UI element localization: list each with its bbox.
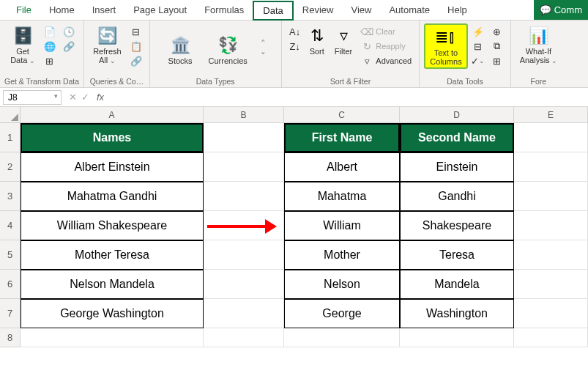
consolidate-button[interactable]: ⊕ — [490, 25, 505, 38]
cell-e1[interactable] — [514, 123, 588, 152]
cell-e6[interactable] — [514, 270, 588, 299]
cell-e4[interactable] — [514, 211, 588, 240]
cell-d6[interactable]: Mandela — [400, 270, 514, 299]
data-model-button[interactable]: ⊞ — [490, 54, 505, 67]
filter-button[interactable]: ▿ Filter — [330, 23, 357, 57]
name-box[interactable]: J8 — [3, 90, 62, 105]
cell-e3[interactable] — [514, 182, 588, 211]
cell-c8[interactable] — [284, 328, 400, 347]
refresh-all-button[interactable]: 🔄 Refresh All — [89, 23, 126, 67]
stocks-button[interactable]: 🏛️ Stocks — [164, 33, 197, 67]
cell-c7[interactable]: George — [284, 299, 400, 328]
formula-input[interactable] — [110, 91, 588, 104]
cell-d8[interactable] — [400, 328, 514, 347]
sort-desc-button[interactable]: Z↓ — [288, 40, 302, 53]
col-head-d[interactable]: D — [400, 107, 514, 123]
col-head-a[interactable]: A — [21, 107, 204, 123]
from-table-button[interactable]: ⊞ — [42, 54, 57, 67]
cell-b7[interactable] — [204, 299, 284, 328]
row-head-4[interactable]: 4 — [0, 211, 21, 240]
cell-a1[interactable]: Names — [21, 123, 204, 152]
cell-a3[interactable]: Mahatma Gandhi — [21, 182, 204, 211]
cell-d7[interactable]: Washington — [400, 299, 514, 328]
currencies-button[interactable]: 💱 Currencies — [204, 33, 252, 67]
from-text-csv-button[interactable]: 📄 — [42, 25, 57, 38]
row-head-1[interactable]: 1 — [0, 123, 21, 152]
cell-d5[interactable]: Teresa — [400, 240, 514, 270]
cell-c1[interactable]: First Name — [284, 123, 400, 152]
text-to-columns-button[interactable]: ≣⫿ Text to Columns — [424, 23, 467, 69]
cell-b1[interactable] — [204, 123, 284, 152]
cell-d3[interactable]: Gandhi — [400, 182, 514, 211]
cell-a8[interactable] — [21, 328, 204, 347]
row-head-3[interactable]: 3 — [0, 182, 21, 211]
cell-e5[interactable] — [514, 240, 588, 270]
clear-filter-button[interactable]: ⌫Clear — [360, 25, 413, 38]
reapply-button[interactable]: ↻Reapply — [360, 40, 413, 53]
cell-b8[interactable] — [204, 328, 284, 347]
recent-sources-button[interactable]: 🕓 — [62, 25, 76, 38]
cell-c2[interactable]: Albert — [284, 152, 400, 182]
cell-d4[interactable]: Shakespeare — [400, 211, 514, 240]
whatif-button[interactable]: 📊 What-If Analysis — [516, 23, 562, 67]
tab-home[interactable]: Home — [40, 1, 83, 18]
data-validation-button[interactable]: ✓ — [471, 54, 485, 67]
row-head-2[interactable]: 2 — [0, 152, 21, 182]
chevron-down-icon[interactable]: ˅ — [261, 51, 266, 62]
sort-asc-button[interactable]: A↓ — [288, 25, 302, 38]
tab-page-layout[interactable]: Page Layout — [124, 1, 196, 18]
cell-b5[interactable] — [204, 240, 284, 270]
fx-label[interactable]: fx — [97, 92, 110, 103]
col-head-c[interactable]: C — [284, 107, 400, 123]
properties-button[interactable]: 📋 — [129, 40, 144, 53]
remove-duplicates-button[interactable]: ⊟ — [471, 40, 485, 53]
cell-e8[interactable] — [514, 328, 588, 347]
cell-c4[interactable]: William — [284, 211, 400, 240]
row-head-6[interactable]: 6 — [0, 270, 21, 299]
row-head-7[interactable]: 7 — [0, 299, 21, 328]
cell-d1[interactable]: Second Name — [400, 123, 514, 152]
chevron-up-icon[interactable]: ˄ — [261, 38, 266, 49]
cell-b4[interactable] — [204, 211, 284, 240]
cell-c6[interactable]: Nelson — [284, 270, 400, 299]
cell-a6[interactable]: Nelson Mandela — [21, 270, 204, 299]
row-head-8[interactable]: 8 — [0, 328, 21, 347]
tab-automate[interactable]: Automate — [380, 1, 439, 18]
tab-file[interactable]: File — [7, 1, 40, 18]
cell-a4[interactable]: William Shakespeare — [21, 211, 204, 240]
cell-c3[interactable]: Mahatma — [284, 182, 400, 211]
sort-button[interactable]: ⇅ Sort — [305, 23, 329, 57]
from-web-button[interactable]: 🌐 — [42, 40, 57, 53]
cell-b6[interactable] — [204, 270, 284, 299]
advanced-filter-button[interactable]: ▿Advanced — [360, 54, 413, 67]
select-all-corner[interactable] — [0, 107, 21, 123]
cell-c5[interactable]: Mother — [284, 240, 400, 270]
tab-help[interactable]: Help — [439, 1, 476, 18]
relationships-button[interactable]: ⧉ — [490, 40, 505, 53]
row-head-5[interactable]: 5 — [0, 240, 21, 270]
cell-b3[interactable] — [204, 182, 284, 211]
cell-a7[interactable]: George Washington — [21, 299, 204, 328]
data-types-nav[interactable]: ˄ ˅ — [259, 37, 267, 63]
queries-connections-button[interactable]: ⊟ — [129, 25, 144, 38]
col-head-e[interactable]: E — [514, 107, 588, 123]
tab-formulas[interactable]: Formulas — [196, 1, 253, 18]
cell-a5[interactable]: Mother Teresa — [21, 240, 204, 270]
tab-data[interactable]: Data — [253, 1, 293, 21]
cell-a2[interactable]: Albert Einstein — [21, 152, 204, 182]
cell-b2[interactable] — [204, 152, 284, 182]
col-head-b[interactable]: B — [204, 107, 284, 123]
existing-connections-button[interactable]: 🔗 — [62, 40, 76, 53]
tab-comments[interactable]: 💬 Comm — [534, 0, 588, 20]
cell-e2[interactable] — [514, 152, 588, 182]
get-data-button[interactable]: 🗄️ Get Data — [6, 23, 40, 67]
flash-fill-button[interactable]: ⚡ — [471, 25, 485, 38]
enter-formula-button[interactable]: ✓ — [81, 92, 89, 103]
tab-view[interactable]: View — [342, 1, 380, 18]
cell-d2[interactable]: Einstein — [400, 152, 514, 182]
edit-links-button[interactable]: 🔗 — [129, 54, 144, 67]
tab-review[interactable]: Review — [294, 1, 343, 18]
cancel-formula-button[interactable]: ✕ — [69, 92, 77, 103]
cell-e7[interactable] — [514, 299, 588, 328]
tab-insert[interactable]: Insert — [83, 1, 125, 18]
